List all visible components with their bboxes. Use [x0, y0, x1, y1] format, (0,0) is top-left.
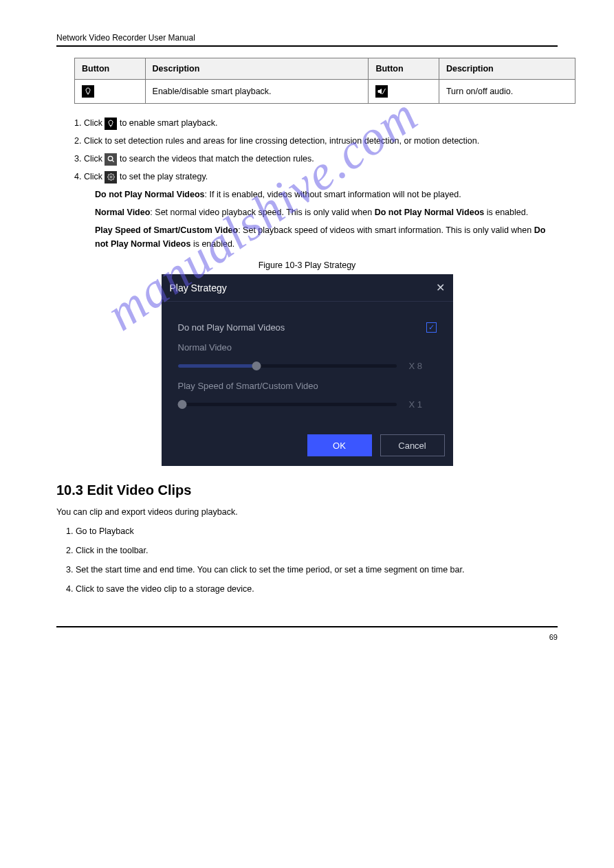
smart-speed-label: X 1	[409, 399, 437, 410]
header-title: Network Video Recorder User Manual	[56, 33, 558, 47]
section-step-4: 4. Click to save the video clip to a sto…	[66, 582, 558, 596]
step-3-prefix: 3. Click	[74, 154, 105, 164]
normal-speed-label: X 8	[409, 361, 437, 371]
step-3-suffix: to search the videos that match the dete…	[120, 154, 314, 164]
smart-video-slider[interactable]	[178, 403, 397, 406]
th-desc-1: Description	[145, 58, 369, 80]
svg-line-3	[112, 160, 114, 162]
step-4: 4. Click to set the play strategy.	[74, 170, 558, 183]
normal-video-slider[interactable]	[178, 364, 397, 368]
smart-video-label: Play Speed of Smart/Custom Video	[178, 381, 437, 391]
section-step-1: 1. Go to Playback	[66, 524, 558, 538]
step-1: 1. Click to enable smart playback.	[74, 116, 558, 130]
smart-icon	[105, 118, 117, 130]
th-button-1: Button	[75, 58, 146, 80]
step-2-suffix: to set detection rules and areas for lin…	[105, 136, 479, 146]
th-desc-2: Description	[439, 58, 575, 80]
normal-video-label: Normal Video	[178, 342, 437, 353]
close-icon[interactable]: ✕	[436, 281, 445, 294]
th-button-2: Button	[369, 58, 439, 80]
indent-3: Play Speed of Smart/Custom Video: Set pl…	[95, 223, 558, 251]
step-1-prefix: 1. Click	[74, 118, 105, 128]
play-strategy-dialog: Play Strategy ✕ Do not Play Normal Video…	[162, 274, 453, 466]
svg-point-4	[110, 176, 112, 178]
do-not-play-label: Do not Play Normal Videos	[178, 322, 285, 333]
section-intro: You can clip and export videos during pl…	[56, 505, 558, 519]
svg-line-1	[382, 89, 386, 94]
gear-icon	[105, 171, 117, 183]
figure-caption: Figure 10-3 Play Strategy	[56, 260, 558, 270]
td-desc-2: Turn on/off audio.	[439, 80, 575, 104]
search-icon	[105, 153, 117, 166]
step-2: 2. Click to set detection rules and area…	[74, 134, 558, 148]
step-4-prefix: 4. Click	[74, 172, 105, 181]
svg-marker-0	[378, 89, 382, 94]
normal-video-slider-row: X 8	[178, 361, 437, 371]
step-2-prefix: 2. Click	[74, 136, 105, 146]
audio-off-icon	[375, 85, 388, 98]
page-footer: 69	[56, 626, 558, 641]
smart-icon	[82, 85, 94, 98]
step-3: 3. Click to search the videos that match…	[74, 152, 558, 166]
cancel-button[interactable]: Cancel	[380, 434, 445, 456]
do-not-play-checkbox[interactable]: ✓	[426, 322, 437, 333]
step-4-suffix: to set the play strategy.	[120, 172, 208, 181]
step-1-suffix: to enable smart playback.	[120, 118, 217, 128]
indent-1: Do not Play Normal Videos: If it is enab…	[95, 188, 558, 201]
td-icon-2	[369, 80, 439, 104]
icon-table: Button Description Button Description En…	[74, 58, 575, 104]
smart-video-slider-row: X 1	[178, 399, 437, 410]
td-icon-1	[75, 80, 146, 104]
td-desc-1: Enable/disable smart playback.	[145, 80, 369, 104]
indent-2: Normal Video: Set normal video playback …	[95, 205, 558, 219]
section-heading: 10.3 Edit Video Clips	[56, 482, 558, 498]
dialog-title: Play Strategy	[170, 282, 227, 293]
ok-button[interactable]: OK	[307, 434, 372, 456]
section-step-2: 2. Click in the toolbar.	[66, 544, 558, 557]
svg-point-2	[108, 157, 112, 161]
section-step-3: 3. Set the start time and end time. You …	[66, 563, 558, 577]
